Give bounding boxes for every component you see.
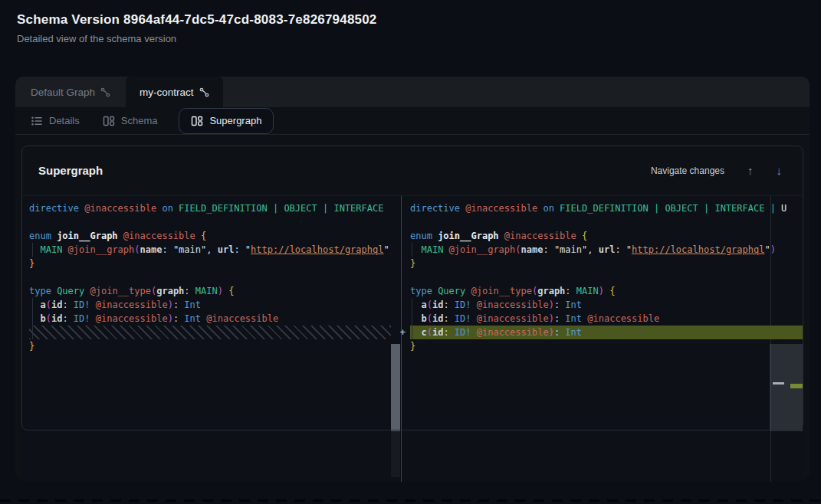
minimap-added-change-mark bbox=[790, 384, 803, 388]
code-line: b(id: ID! @inaccessible): Int @inaccessi… bbox=[410, 312, 803, 326]
indent-guide bbox=[32, 243, 33, 257]
page-subtitle: Detailed view of the schema version bbox=[17, 33, 377, 44]
subtab-schema-label: Schema bbox=[121, 115, 158, 126]
code-line: } bbox=[410, 339, 803, 353]
code-line bbox=[410, 215, 803, 229]
code-line: directive @inaccessible on FIELD_DEFINIT… bbox=[29, 201, 391, 215]
code-line: } bbox=[29, 339, 391, 353]
code-line: } bbox=[410, 257, 803, 270]
left-pane-scrollbar-thumb[interactable] bbox=[391, 344, 400, 431]
list-icon bbox=[31, 115, 43, 127]
navigate-changes-label: Navigate changes bbox=[651, 165, 724, 176]
schema-diff-editor: directive @inaccessible on FIELD_DEFINIT… bbox=[22, 195, 803, 481]
subtab-supergraph-label: Supergraph bbox=[209, 115, 261, 126]
code-line: enum join__Graph @inaccessible { bbox=[410, 229, 803, 243]
minimap-cursor-mark bbox=[773, 382, 784, 385]
bottom-dashed-rule bbox=[0, 499, 821, 502]
next-change-button[interactable]: ↓ bbox=[777, 165, 783, 176]
code-line: enum join__Graph @inaccessible { bbox=[29, 229, 391, 243]
code-line bbox=[29, 326, 391, 339]
fork-icon bbox=[199, 87, 209, 97]
subtab-details-label: Details bbox=[49, 115, 80, 126]
fork-icon bbox=[100, 87, 110, 97]
indent-guide bbox=[412, 243, 412, 257]
tab-my-contract-label: my-contract bbox=[140, 87, 194, 98]
tab-default-graph-label: Default Graph bbox=[31, 87, 95, 98]
code-line bbox=[29, 215, 391, 229]
navigate-changes-cluster: Navigate changes ↑ ↓ bbox=[651, 165, 782, 176]
previous-change-button[interactable]: ↑ bbox=[747, 165, 754, 176]
indent-guide bbox=[412, 298, 412, 339]
code-line bbox=[410, 270, 803, 284]
code-line: a(id: ID! @inaccessible): Int bbox=[410, 298, 803, 312]
page-header: Schema Version 8964af44-7dc5-47cd-8083-7… bbox=[17, 12, 377, 44]
subtab-supergraph[interactable]: Supergraph bbox=[179, 108, 274, 134]
code-line: } bbox=[29, 257, 391, 270]
tab-my-contract[interactable]: my-contract bbox=[126, 77, 223, 107]
indent-guide bbox=[32, 298, 33, 339]
left-pane-scrollbar-track[interactable] bbox=[391, 431, 400, 477]
panels-icon bbox=[103, 115, 115, 127]
supergraph-panel-title: Supergraph bbox=[38, 164, 103, 177]
code-line: directive @inaccessible on FIELD_DEFINIT… bbox=[410, 201, 803, 215]
code-line: a(id: ID! @inaccessible): Int bbox=[29, 298, 391, 312]
code-line bbox=[29, 270, 391, 284]
code-line: c(id: ID! @inaccessible): Int bbox=[410, 326, 803, 339]
diff-left-pane[interactable]: directive @inaccessible on FIELD_DEFINIT… bbox=[22, 196, 391, 482]
tab-default-graph[interactable]: Default Graph bbox=[15, 77, 126, 107]
panels-icon bbox=[191, 115, 203, 127]
code-line: b(id: ID! @inaccessible): Int @inaccessi… bbox=[29, 312, 391, 326]
subtab-schema[interactable]: Schema bbox=[101, 115, 159, 127]
variant-tabbar: Default Graph my-contract bbox=[15, 77, 810, 107]
supergraph-panel-header: Supergraph Navigate changes ↑ ↓ bbox=[21, 146, 803, 195]
page-title: Schema Version 8964af44-7dc5-47cd-8083-7… bbox=[17, 12, 377, 28]
code-line: type Query @join__type(graph: MAIN) { bbox=[410, 284, 803, 298]
added-line-plus-marker: + bbox=[397, 326, 409, 339]
code-line: MAIN @join__graph(name: "main", url: "ht… bbox=[410, 243, 803, 257]
subtab-details[interactable]: Details bbox=[29, 115, 81, 127]
code-line: type Query @join__type(graph: MAIN) { bbox=[29, 284, 391, 298]
code-line: MAIN @join__graph(name: "main", url: "ht… bbox=[29, 243, 391, 257]
minimap-slider[interactable] bbox=[770, 344, 803, 431]
view-subtabs: Details Schema Supergraph bbox=[15, 107, 810, 135]
diff-right-pane[interactable]: directive @inaccessible on FIELD_DEFINIT… bbox=[409, 196, 803, 482]
